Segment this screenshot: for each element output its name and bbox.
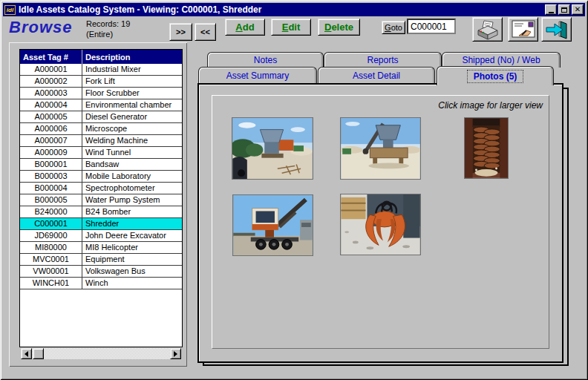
- description-cell: Bandsaw: [82, 159, 182, 170]
- scroll-left-icon: [24, 351, 28, 357]
- minimize-button[interactable]: [545, 4, 557, 15]
- tab-asset-summary[interactable]: Asset Summary: [198, 67, 317, 83]
- scroll-left-button[interactable]: [21, 348, 32, 359]
- next-record-button[interactable]: >>: [169, 23, 192, 41]
- exit-button[interactable]: [541, 17, 572, 42]
- add-button-label: Add: [235, 22, 254, 33]
- scroll-right-button[interactable]: [170, 348, 181, 359]
- print-button[interactable]: [472, 17, 503, 42]
- photo-thumbnail-5[interactable]: [340, 194, 421, 255]
- edit-button[interactable]: Edit: [271, 19, 311, 36]
- tab-reports[interactable]: Reports: [324, 52, 442, 68]
- goto-input[interactable]: [407, 19, 456, 34]
- tab-reports-label: Reports: [367, 55, 398, 65]
- tab-asset-detail-label: Asset Detail: [353, 71, 400, 81]
- asset-tag-cell: A000006: [20, 123, 82, 134]
- description-cell: Microscope: [82, 123, 182, 134]
- close-icon: ✕: [575, 6, 581, 13]
- description-cell: Diesel Generator: [82, 111, 182, 122]
- asset-tag-cell: A000002: [20, 76, 82, 87]
- table-row[interactable]: C000001Shredder: [20, 218, 182, 230]
- description-cell: Spectrophotometer: [82, 183, 182, 194]
- table-row[interactable]: MVC0001Equipment: [20, 254, 182, 266]
- record-count: Records: 19 (Entire): [86, 19, 130, 39]
- table-row[interactable]: B000003Mobile Laboratory: [20, 171, 182, 183]
- previous-record-button[interactable]: <<: [195, 23, 216, 41]
- photo-hint-text: Click image for larger view: [438, 100, 543, 111]
- table-row[interactable]: WINCH01Winch: [20, 278, 182, 289]
- table-row[interactable]: A000003Floor Scrubber: [20, 88, 182, 99]
- asset-tag-cell: B000005: [20, 194, 82, 206]
- tab-shipped-web[interactable]: Shipped (No) / Web: [442, 52, 561, 68]
- browse-mode-label: Browse: [9, 18, 72, 37]
- photos-content-panel: Click image for larger view: [212, 95, 549, 349]
- scroll-right-icon: [174, 351, 177, 357]
- photo-thumbnail-4[interactable]: [232, 194, 313, 256]
- asset-tag-cell: C000001: [20, 218, 82, 229]
- table-row[interactable]: B000005Water Pump System: [20, 194, 182, 206]
- table-row[interactable]: A000006Microscope: [20, 123, 182, 135]
- table-row[interactable]: B000001Bandsaw: [20, 159, 182, 171]
- description-cell: Winch: [82, 278, 182, 289]
- asset-tag-cell: B000003: [20, 171, 82, 182]
- mail-report-button[interactable]: [508, 17, 538, 42]
- close-button[interactable]: ✕: [572, 4, 584, 15]
- asset-tag-cell: A000004: [20, 99, 82, 111]
- asset-tag-cell: A000003: [20, 88, 82, 99]
- description-cell: Wind Tunnel: [82, 147, 182, 158]
- description-cell: Industrial Mixer: [82, 64, 182, 75]
- record-count-line2: (Entire): [86, 29, 130, 39]
- tab-shipped-web-label: Shipped (No) / Web: [462, 55, 540, 65]
- table-row[interactable]: VW00001Volkswagen Bus: [20, 266, 182, 278]
- column-header-asset-tag: Asset Tag #: [20, 50, 82, 64]
- scrollbar-track[interactable]: [32, 348, 170, 359]
- asset-table-rows: A000001Industrial MixerA000002Fork LiftA…: [20, 64, 182, 289]
- maximize-button[interactable]: [558, 4, 570, 15]
- asset-tag-cell: B240000: [20, 206, 82, 217]
- asset-tag-cell: JD69000: [20, 230, 82, 241]
- scrollbar-thumb[interactable]: [33, 348, 44, 359]
- asset-tag-cell: MVC0001: [20, 254, 82, 265]
- asset-list-panel: Asset Tag # Description A000001Industria…: [9, 42, 187, 367]
- asset-tag-cell: A000001: [20, 64, 82, 75]
- table-row[interactable]: A000005Diesel Generator: [20, 111, 182, 123]
- table-row[interactable]: MI80000MI8 Helicopter: [20, 242, 182, 254]
- tab-notes[interactable]: Notes: [207, 52, 324, 68]
- asset-table: Asset Tag # Description A000001Industria…: [19, 49, 183, 347]
- goto-button[interactable]: Goto: [382, 21, 405, 34]
- table-row[interactable]: B240000B24 Bomber: [20, 206, 182, 218]
- minimize-icon: [549, 12, 554, 13]
- table-row[interactable]: A000009Wind Tunnel: [20, 147, 182, 159]
- table-row[interactable]: A000001Industrial Mixer: [20, 64, 182, 76]
- add-button[interactable]: Add: [225, 19, 265, 36]
- asset-tag-cell: WINCH01: [20, 278, 82, 289]
- tab-asset-detail[interactable]: Asset Detail: [318, 67, 435, 83]
- photo-thumbnail-1[interactable]: [232, 117, 313, 180]
- asset-tag-cell: B000004: [20, 183, 82, 194]
- exit-icon: [545, 19, 569, 40]
- column-header-description: Description: [82, 50, 182, 64]
- photos-tab-page: Click image for larger view: [197, 83, 564, 363]
- photo-thumbnail-2[interactable]: [340, 117, 421, 180]
- print-icon: [476, 19, 500, 40]
- horizontal-scrollbar[interactable]: [21, 348, 181, 359]
- table-row[interactable]: B000004Spectrophotometer: [20, 183, 182, 194]
- photo-thumbnail-3[interactable]: [464, 117, 509, 179]
- asset-tag-cell: B000001: [20, 159, 82, 170]
- tab-photos[interactable]: Photos (5): [437, 66, 554, 85]
- mail-report-icon: [512, 19, 535, 40]
- delete-button[interactable]: Delete: [318, 19, 360, 36]
- description-cell: Mobile Laboratory: [82, 171, 182, 182]
- description-cell: Floor Scrubber: [82, 88, 182, 99]
- table-row[interactable]: A000007Welding Machine: [20, 135, 182, 147]
- table-row[interactable]: A000004Environmental chamber: [20, 99, 182, 111]
- asset-tag-cell: MI80000: [20, 242, 82, 253]
- description-cell: Equipment: [82, 254, 182, 265]
- description-cell: Volkswagen Bus: [82, 266, 182, 277]
- previous-record-label: <<: [200, 27, 210, 36]
- table-row[interactable]: A000002Fork Lift: [20, 76, 182, 88]
- tab-photos-label: Photos (5): [468, 71, 523, 82]
- edit-button-label: Edit: [282, 22, 301, 33]
- table-row[interactable]: JD69000John Deere Excavator: [20, 230, 182, 242]
- description-cell: Environmental chamber: [82, 99, 182, 111]
